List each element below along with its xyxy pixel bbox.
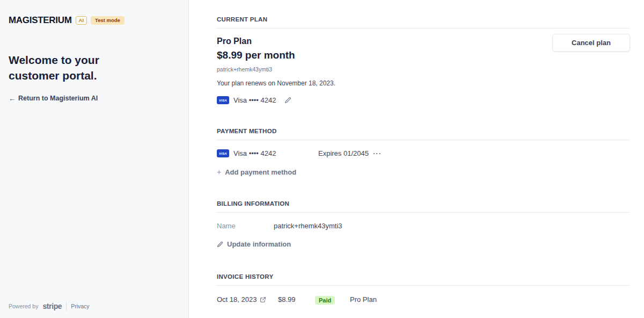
- plan-renewal-text: Your plan renews on November 18, 2023.: [217, 80, 335, 87]
- billing-information-section: BILLING INFORMATION Name patrick+rhemk43…: [217, 200, 630, 250]
- add-payment-method-label: Add payment method: [225, 168, 296, 176]
- visa-card-icon: VISA: [217, 149, 229, 157]
- current-plan-title: CURRENT PLAN: [217, 16, 630, 23]
- section-divider: [217, 285, 630, 286]
- main-content: CURRENT PLAN Pro Plan $8.99 per month pa…: [189, 0, 644, 318]
- account-email: patrick+rhemk43ymti3: [217, 66, 335, 73]
- payment-method-section: PAYMENT METHOD VISA Visa •••• 4242 Expir…: [217, 128, 630, 177]
- section-divider: [217, 140, 630, 140]
- invoice-date-link[interactable]: Oct 18, 2023: [217, 295, 278, 303]
- invoice-status-badge: Paid: [315, 296, 335, 305]
- return-link-label: Return to Magisterium AI: [18, 95, 98, 102]
- card-overflow-menu-icon[interactable]: ···: [373, 150, 382, 157]
- powered-by-label: Powered by: [9, 303, 38, 309]
- plan-name: Pro Plan: [217, 37, 335, 46]
- add-payment-method-link[interactable]: + Add payment method: [217, 168, 296, 176]
- cancel-plan-button[interactable]: Cancel plan: [552, 34, 630, 52]
- sidebar: MAGISTERIUM AI Test mode Welcome to your…: [0, 0, 189, 318]
- update-information-label: Update information: [227, 240, 291, 248]
- privacy-link[interactable]: Privacy: [71, 303, 89, 309]
- footer-divider: [66, 302, 67, 310]
- return-to-merchant-link[interactable]: ← Return to Magisterium AI: [9, 95, 98, 103]
- brand-logo-text: MAGISTERIUM: [9, 15, 72, 26]
- plan-price: $8.99 per month: [217, 49, 335, 61]
- billing-name-row: Name patrick+rhemk43ymti3: [217, 222, 630, 230]
- pencil-icon: [284, 97, 291, 104]
- welcome-heading: Welcome to your customer portal.: [9, 53, 111, 84]
- plus-icon: +: [217, 168, 221, 176]
- section-divider: [217, 212, 630, 213]
- payment-card-label: Visa •••• 4242: [233, 149, 276, 157]
- external-link-icon: [260, 297, 266, 303]
- brand-logo: MAGISTERIUM AI Test mode: [9, 15, 180, 26]
- stripe-logo[interactable]: stripe: [42, 302, 62, 310]
- payment-method-row: VISA Visa •••• 4242 Expires 01/2045 ···: [217, 149, 630, 157]
- payment-method-title: PAYMENT METHOD: [217, 128, 630, 134]
- test-mode-badge: Test mode: [91, 16, 125, 25]
- plan-payment-card-row: VISA Visa •••• 4242: [217, 96, 335, 104]
- back-arrow-icon: ←: [9, 95, 16, 103]
- plan-details: Pro Plan $8.99 per month patrick+rhemk43…: [217, 28, 335, 104]
- update-information-link[interactable]: Update information: [217, 240, 291, 248]
- invoice-date: Oct 18, 2023: [217, 295, 257, 303]
- invoice-row: Oct 18, 2023 $8.99 Paid Pro Plan: [217, 295, 630, 305]
- current-plan-section: CURRENT PLAN Pro Plan $8.99 per month pa…: [217, 16, 630, 104]
- edit-card-button[interactable]: [284, 97, 291, 104]
- brand-ai-badge: AI: [76, 16, 87, 25]
- invoice-history-title: INVOICE HISTORY: [217, 273, 630, 280]
- pencil-icon: [217, 241, 223, 248]
- visa-card-icon: VISA: [217, 96, 229, 104]
- billing-information-title: BILLING INFORMATION: [217, 200, 630, 207]
- invoice-history-section: INVOICE HISTORY Oct 18, 2023 $8.99 Paid …: [217, 273, 630, 305]
- portal-footer: Powered by stripe Privacy: [9, 302, 90, 310]
- billing-name-value: patrick+rhemk43ymti3: [274, 222, 342, 230]
- invoice-plan-name: Pro Plan: [350, 295, 377, 303]
- billing-name-label: Name: [217, 222, 274, 230]
- invoice-amount: $8.99: [278, 295, 315, 303]
- card-expiry: Expires 01/2045: [318, 149, 372, 157]
- plan-card-label: Visa •••• 4242: [233, 96, 276, 104]
